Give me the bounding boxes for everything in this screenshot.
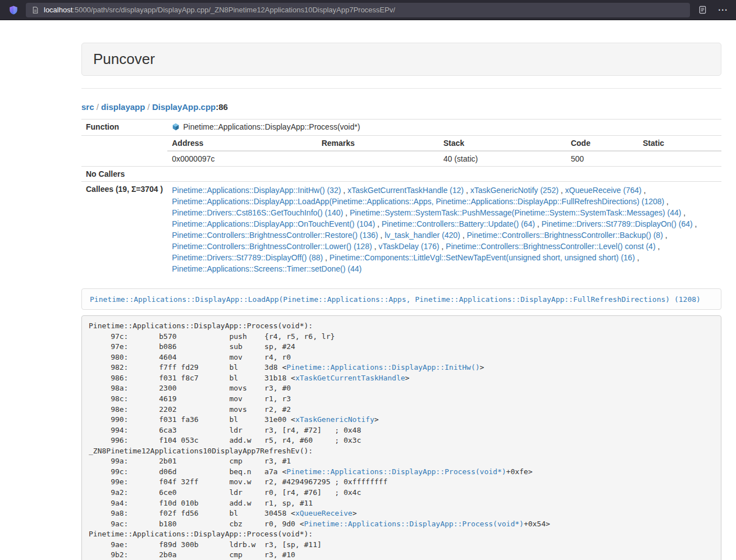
code-symbol-link[interactable]: xTaskGetCurrentTaskHandle bbox=[295, 374, 405, 382]
breadcrumb-separator: / bbox=[94, 102, 102, 112]
app-header-panel: Puncover bbox=[81, 43, 721, 76]
shield-icon bbox=[8, 5, 19, 15]
callee-separator: , bbox=[681, 208, 685, 217]
function-name: Pinetime::Applications::DisplayApp::Proc… bbox=[183, 122, 360, 131]
reader-page-icon bbox=[698, 6, 707, 14]
callee-separator: , bbox=[375, 219, 382, 228]
callee-link[interactable]: Pinetime::Drivers::St7789::DisplayOn() (… bbox=[542, 219, 693, 228]
code-symbol-link[interactable]: xTaskGenericNotify bbox=[295, 415, 374, 424]
url-bar[interactable]: localhost:5000/path/src/displayapp/Displ… bbox=[26, 3, 690, 17]
function-name-cell: Pinetime::Applications::DisplayApp::Proc… bbox=[167, 120, 721, 136]
browser-toolbar: localhost:5000/path/src/displayapp/Displ… bbox=[0, 0, 736, 20]
code-symbol-link[interactable]: Pinetime::Applications::DisplayApp::Init… bbox=[286, 363, 479, 371]
stats-table: AddressRemarksStackCodeStatic 0x0000097c… bbox=[167, 136, 721, 166]
callee-separator: , bbox=[439, 242, 446, 251]
breadcrumb: src / displayapp / DisplayApp.cpp:86 bbox=[81, 102, 721, 112]
callee-separator: , bbox=[663, 231, 668, 240]
callee-separator: , bbox=[642, 186, 646, 195]
callee-separator: , bbox=[464, 186, 470, 195]
callee-link[interactable]: Pinetime::Drivers::St7789::DisplayOff() … bbox=[172, 253, 323, 262]
callee-separator: , bbox=[693, 219, 697, 228]
callee-separator: , bbox=[635, 253, 639, 262]
no-callers-row: No Callers bbox=[81, 167, 721, 182]
stats-header: Static bbox=[638, 136, 721, 151]
callee-link[interactable]: Pinetime::Applications::DisplayApp::OnTo… bbox=[172, 219, 375, 228]
disassembly-code: Pinetime::Applications::DisplayApp::Proc… bbox=[89, 321, 714, 560]
breadcrumb-link[interactable]: src bbox=[81, 102, 94, 112]
url-text: localhost:5000/path/src/displayapp/Displ… bbox=[44, 6, 395, 14]
url-path: :5000/path/src/displayapp/DisplayApp.cpp… bbox=[72, 6, 395, 14]
stats-value bbox=[638, 151, 721, 166]
breadcrumb-link[interactable]: displayapp bbox=[101, 102, 145, 112]
callee-separator: , bbox=[341, 186, 348, 195]
highlighted-symbol-link[interactable]: Pinetime::Applications::DisplayApp::Load… bbox=[90, 295, 701, 304]
browser-menu-icon[interactable]: ⋯ bbox=[715, 3, 730, 17]
code-symbol-link[interactable]: Pinetime::Applications::DisplayApp::Proc… bbox=[304, 520, 524, 528]
stats-header: Stack bbox=[439, 136, 566, 151]
callee-link[interactable]: Pinetime::System::SystemTask::PushMessag… bbox=[350, 208, 682, 217]
stats-value: 40 (static) bbox=[439, 151, 566, 166]
stats-cell: AddressRemarksStackCodeStatic 0x0000097c… bbox=[167, 136, 721, 167]
function-row: Function Pinetime::Applications::Display… bbox=[81, 120, 721, 136]
callee-separator: , bbox=[535, 219, 542, 228]
callee-link[interactable]: Pinetime::Controllers::BrightnessControl… bbox=[172, 231, 378, 240]
function-icon bbox=[172, 123, 180, 132]
function-details-table: Function Pinetime::Applications::Display… bbox=[81, 119, 721, 277]
stats-value: 0x0000097c bbox=[167, 151, 317, 166]
breadcrumb-separator: / bbox=[145, 102, 152, 112]
callee-separator: , bbox=[372, 242, 379, 251]
callee-link[interactable]: Pinetime::Applications::DisplayApp::Init… bbox=[172, 186, 341, 195]
callee-link[interactable]: Pinetime::Components::LittleVgl::SetNewT… bbox=[330, 253, 635, 262]
callee-link[interactable]: Pinetime::Controllers::BrightnessControl… bbox=[446, 242, 655, 251]
stats-header: Address bbox=[167, 136, 317, 151]
callee-separator: , bbox=[460, 231, 467, 240]
no-callers-cell bbox=[167, 167, 721, 182]
tracking-protection-shield-icon[interactable] bbox=[6, 3, 21, 17]
callee-separator: , bbox=[343, 208, 350, 217]
callee-separator: , bbox=[323, 253, 330, 262]
callee-link[interactable]: Pinetime::Controllers::BrightnessControl… bbox=[467, 231, 662, 240]
callees-label: Callees (19, Σ=3704 ) bbox=[81, 182, 167, 278]
breadcrumb-line-number: :86 bbox=[216, 102, 228, 112]
divider bbox=[81, 88, 721, 89]
callee-separator: , bbox=[656, 242, 660, 251]
callee-link[interactable]: xTaskGenericNotify (252) bbox=[470, 186, 559, 195]
stats-header: Remarks bbox=[317, 136, 439, 151]
page-title: Puncover bbox=[93, 51, 710, 68]
no-callers-label: No Callers bbox=[81, 167, 167, 182]
function-label: Function bbox=[81, 120, 167, 136]
callee-link[interactable]: vTaskDelay (176) bbox=[378, 242, 439, 251]
code-symbol-link[interactable]: xQueueReceive bbox=[295, 509, 353, 517]
reader-mode-icon[interactable] bbox=[694, 3, 710, 17]
url-hostname: localhost bbox=[44, 6, 72, 14]
page-info-icon[interactable] bbox=[31, 6, 39, 14]
stats-value bbox=[317, 151, 439, 166]
callees-row: Callees (19, Σ=3704 ) Pinetime::Applicat… bbox=[81, 182, 721, 278]
page-content: Puncover src / displayapp / DisplayApp.c… bbox=[81, 43, 721, 560]
breadcrumb-link[interactable]: DisplayApp.cpp bbox=[152, 102, 216, 112]
stats-row: AddressRemarksStackCodeStatic 0x0000097c… bbox=[81, 136, 721, 167]
disassembly-block: Pinetime::Applications::DisplayApp::Proc… bbox=[81, 315, 721, 560]
callee-separator: , bbox=[559, 186, 565, 195]
stats-value: 500 bbox=[566, 151, 638, 166]
callees-list: Pinetime::Applications::DisplayApp::Init… bbox=[167, 182, 721, 278]
callee-link[interactable]: Pinetime::Drivers::Cst816S::GetTouchInfo… bbox=[172, 208, 343, 217]
callee-link[interactable]: lv_task_handler (420) bbox=[385, 231, 460, 240]
code-symbol-link[interactable]: Pinetime::Applications::DisplayApp::Proc… bbox=[286, 467, 506, 476]
stats-row-label bbox=[81, 136, 167, 167]
stats-header: Code bbox=[566, 136, 638, 151]
callee-link[interactable]: Pinetime::Controllers::Battery::Update()… bbox=[382, 219, 535, 228]
callee-link[interactable]: Pinetime::Controllers::BrightnessControl… bbox=[172, 242, 372, 251]
callee-link[interactable]: Pinetime::Applications::DisplayApp::Load… bbox=[172, 197, 664, 206]
callee-link[interactable]: Pinetime::Applications::Screens::Timer::… bbox=[172, 264, 362, 273]
callee-separator: , bbox=[378, 231, 385, 240]
highlighted-symbol-box: Pinetime::Applications::DisplayApp::Load… bbox=[81, 288, 721, 310]
callee-link[interactable]: xQueueReceive (764) bbox=[565, 186, 642, 195]
callee-separator: , bbox=[664, 197, 669, 206]
callee-link[interactable]: xTaskGetCurrentTaskHandle (12) bbox=[348, 186, 464, 195]
